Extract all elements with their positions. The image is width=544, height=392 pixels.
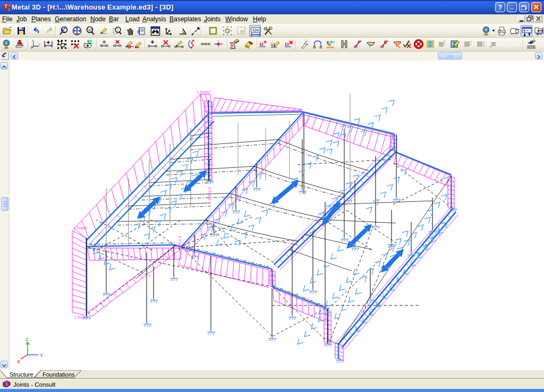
svg-text:Structure: Structure <box>10 371 33 378</box>
svg-text:1 Tn/m2: 1 Tn/m2 <box>73 226 87 230</box>
svg-text:x2: x2 <box>88 28 92 32</box>
svg-text:y: y <box>39 42 40 46</box>
svg-text:Y: Y <box>40 353 43 358</box>
svg-text:1 Tn/m2: 1 Tn/m2 <box>197 90 210 94</box>
svg-text:Foundations: Foundations <box>42 371 75 378</box>
svg-text:?: ? <box>5 382 8 387</box>
svg-text:434: 434 <box>252 28 259 32</box>
svg-text:Z: Z <box>26 337 29 342</box>
svg-text:x: x <box>31 45 32 48</box>
svg-text:z: z <box>32 39 33 42</box>
svg-text:X: X <box>17 359 20 364</box>
svg-text:1 Tn/m2: 1 Tn/m2 <box>178 236 182 250</box>
svg-text:1 Tn/m2: 1 Tn/m2 <box>270 270 274 284</box>
svg-text:x: x <box>399 46 401 49</box>
